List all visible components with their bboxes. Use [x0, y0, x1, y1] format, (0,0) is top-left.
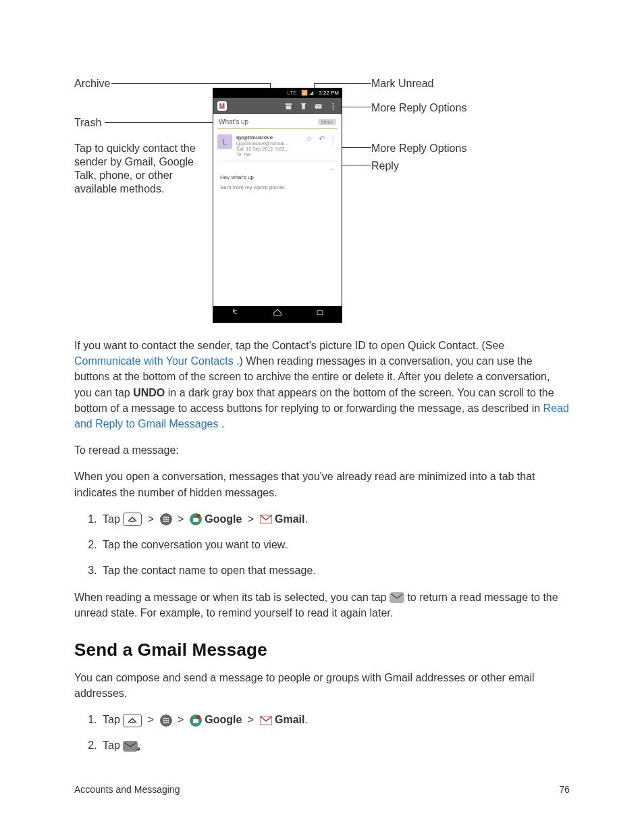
svg-rect-7 [317, 311, 323, 315]
home-icon [123, 513, 142, 526]
send-step-2: Tap . [100, 737, 570, 754]
phone-subject-row: What's up Inbox [213, 114, 342, 128]
apps-icon [160, 714, 172, 727]
paragraph-3: When you open a conversation, messages t… [74, 469, 570, 500]
archive-icon[interactable] [284, 101, 293, 111]
gmail-icon [260, 515, 272, 524]
label-more-reply-2: More Reply Options [371, 142, 506, 155]
svg-point-4 [332, 103, 333, 104]
reread-steps: Tap > > Google > Gmail. Tap the conversa… [74, 511, 570, 579]
phone-app-bar: M [213, 98, 342, 114]
step-3: Tap the contact name to open that messag… [100, 563, 570, 579]
send-steps: Tap > > Google > Gmail. Tap . [74, 712, 570, 754]
svg-point-8 [163, 517, 164, 518]
send-step-1: Tap > > Google > Gmail. [100, 712, 570, 728]
svg-point-27 [165, 722, 166, 723]
step-1: Tap > > Google > Gmail. [100, 511, 570, 527]
phone-status-bar: LTE 📶 ◢ 3:22 PM [213, 88, 342, 98]
phone-subject: What's up [219, 118, 248, 126]
svg-rect-2 [300, 103, 306, 103]
footer-section: Accounts and Messaging [74, 784, 180, 795]
svg-point-9 [165, 517, 166, 518]
body-signature: Sent from my Sprint phone. [220, 184, 335, 190]
page-footer: Accounts and Messaging 76 [74, 784, 570, 795]
body-line: Hey what's up [220, 174, 335, 180]
footer-page-number: 76 [559, 784, 570, 795]
back-nav-icon[interactable] [230, 307, 240, 321]
label-mark-unread: Mark Unread [371, 77, 506, 90]
phone-message-header: L lgoptimuslove lgoptimuslove@hotmai... … [213, 129, 342, 161]
svg-point-23 [163, 720, 164, 721]
svg-point-11 [163, 519, 164, 520]
google-label: Google [205, 513, 242, 525]
svg-point-13 [167, 519, 168, 520]
gmail-app-icon: M [217, 101, 227, 111]
sender-email: lgoptimuslove@hotmai... [236, 141, 301, 147]
svg-point-12 [165, 519, 166, 520]
svg-point-20 [163, 718, 164, 719]
svg-point-14 [163, 521, 164, 522]
svg-rect-1 [286, 105, 291, 109]
trash-icon[interactable] [298, 101, 308, 111]
mark-unread-inline-icon [390, 592, 404, 603]
sender-meta: lgoptimuslove lgoptimuslove@hotmai... Sa… [236, 134, 301, 158]
phone-message-body: Hey what's up Sent from my Sprint phone. [213, 172, 342, 193]
reply-icon[interactable]: ↶ [317, 134, 325, 143]
message-overflow-icon[interactable]: ⋮ [329, 134, 338, 143]
svg-point-25 [167, 720, 168, 721]
svg-rect-17 [193, 518, 198, 522]
svg-rect-0 [285, 103, 292, 105]
overflow-icon[interactable] [328, 101, 338, 111]
google-folder-icon [190, 513, 202, 525]
sender-name: lgoptimuslove [236, 134, 301, 141]
home-icon [123, 714, 142, 727]
step-2: Tap the conversation you want to view. [100, 537, 570, 553]
google-label: Google [205, 714, 242, 725]
gmail-label: Gmail [275, 714, 304, 725]
heading-send-gmail: Send a Gmail Message [74, 640, 570, 660]
home-nav-icon[interactable] [272, 307, 283, 321]
paragraph-5: You can compose and send a message to pe… [74, 670, 570, 701]
status-time: 3:22 PM [319, 90, 339, 96]
label-more-reply-1: More Reply Options [371, 101, 506, 115]
apps-icon [160, 513, 172, 525]
link-communicate-contacts[interactable]: Communicate with Your Contacts [74, 355, 234, 367]
gmail-icon [260, 716, 272, 725]
undo-label: UNDO [133, 387, 165, 398]
svg-point-22 [167, 718, 168, 719]
phone-screenshot: LTE 📶 ◢ 3:22 PM M What's up Inbox L lg [213, 88, 342, 323]
annotated-screenshot-diagram: Archive Trash Tap to quickly contact the… [74, 74, 570, 331]
svg-point-24 [165, 720, 166, 721]
svg-point-26 [163, 722, 164, 723]
mark-unread-icon[interactable] [313, 101, 323, 111]
phone-inbox-tag: Inbox [318, 119, 336, 125]
compose-icon [123, 741, 138, 752]
expand-chevron-icon[interactable]: ⌄ [213, 161, 342, 172]
label-reply: Reply [371, 159, 506, 173]
gmail-label: Gmail [275, 513, 304, 525]
phone-nav-bar [213, 306, 342, 322]
recent-nav-icon[interactable] [315, 307, 325, 321]
svg-point-6 [332, 108, 333, 109]
star-icon[interactable]: ☆ [305, 134, 313, 143]
status-lte: LTE [287, 90, 296, 96]
svg-point-16 [167, 521, 168, 522]
label-archive: Archive [74, 77, 209, 90]
label-quick-contact: Tap to quickly contact the sender by Gma… [74, 142, 209, 196]
svg-point-21 [165, 718, 166, 719]
leader-line [111, 83, 270, 84]
svg-point-28 [167, 722, 168, 723]
svg-point-10 [167, 517, 168, 518]
svg-rect-29 [193, 719, 198, 723]
google-folder-icon [190, 714, 202, 727]
contact-avatar[interactable]: L [217, 134, 232, 149]
svg-point-5 [332, 105, 333, 107]
paragraph-2: To reread a message: [74, 442, 570, 458]
svg-point-15 [165, 521, 166, 522]
paragraph-1: If you want to contact the sender, tap t… [74, 338, 570, 432]
to-line: To: me [236, 152, 301, 157]
label-trash: Trash [74, 116, 209, 130]
paragraph-4: When reading a message or when its tab i… [74, 590, 570, 621]
sent-date: Sat, 15 Sep 2012, 9:03... [236, 147, 301, 152]
